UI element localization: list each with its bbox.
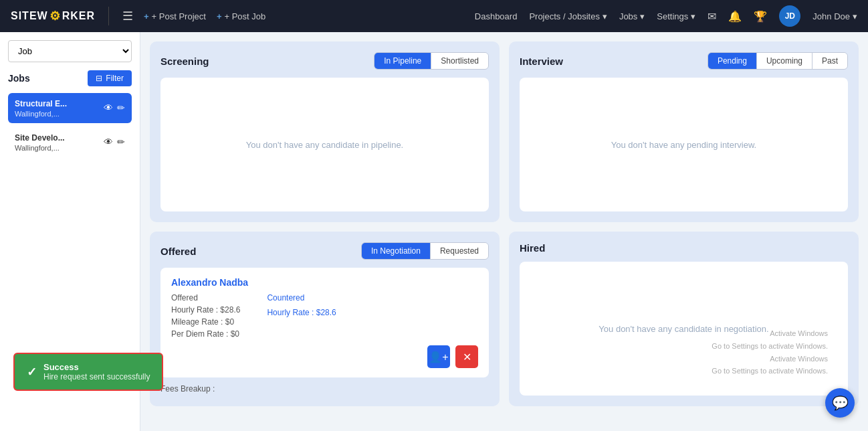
job-title: Site Develo...	[15, 133, 65, 144]
nav-jobs[interactable]: Jobs ▾	[619, 11, 645, 21]
toast-title: Success	[43, 362, 150, 372]
menu-icon[interactable]: ☰	[122, 9, 133, 23]
eye-icon[interactable]: 👁	[104, 137, 113, 147]
hire-icon: 👤+	[429, 351, 448, 363]
hired-empty-message: You don't have any candidate in negotiat…	[599, 324, 768, 334]
chat-bubble[interactable]: 💬	[825, 388, 855, 418]
job-title: Structural E...	[15, 98, 67, 110]
tab-pending[interactable]: Pending	[708, 53, 757, 69]
mileage-rate-value: Mileage Rate : $0	[171, 317, 240, 327]
candidate-name[interactable]: Alexandro Nadba	[171, 277, 478, 288]
tab-in-pipeline[interactable]: In Pipeline	[374, 53, 431, 69]
interview-panel: Interview Pending Upcoming Past You don'…	[509, 41, 859, 222]
content-area: Screening In Pipeline Shortlisted You do…	[140, 32, 868, 431]
filter-button[interactable]: ⊟ Filter	[88, 70, 132, 86]
hired-title: Hired	[520, 242, 545, 254]
screening-title: Screening	[160, 56, 209, 67]
card-actions: 👤+ ✕	[171, 345, 478, 368]
post-project-button[interactable]: + + Post Project	[144, 11, 206, 21]
interview-empty-message: You don't have any pending interview.	[611, 140, 756, 150]
tab-past[interactable]: Past	[812, 53, 847, 69]
toast-message: Hire request sent successfully	[43, 372, 150, 381]
user-name[interactable]: John Doe ▾	[812, 11, 857, 21]
nav-projects[interactable]: Projects / Jobsites ▾	[529, 11, 607, 21]
success-toast: ✓ Success Hire request sent successfully	[13, 353, 163, 391]
filter-icon: ⊟	[96, 74, 102, 83]
edit-icon[interactable]: ✏	[117, 102, 125, 113]
per-diem-value: Per Diem Rate : $0	[171, 329, 240, 339]
offer-details: Offered Hourly Rate : $28.6 Mileage Rate…	[171, 293, 478, 339]
candidate-card: Alexandro Nadba Offered Hourly Rate : $2…	[160, 268, 489, 377]
mail-icon[interactable]: ✉	[708, 10, 716, 23]
tab-shortlisted[interactable]: Shortlisted	[431, 53, 488, 69]
chevron-down-icon: ▾	[691, 11, 695, 21]
job-item[interactable]: Site Develo... Wallingford,... 👁 ✏	[8, 127, 132, 157]
screening-body: You don't have any candidate in pipeline…	[160, 78, 489, 211]
offer-status-label: Offered	[171, 293, 240, 303]
logo: SITEW ⚙ RKER	[11, 9, 95, 23]
trophy-icon[interactable]: 🏆	[754, 10, 767, 23]
screening-header: Screening In Pipeline Shortlisted	[160, 52, 489, 70]
job-item[interactable]: Structural E... Wallingford,... 👁 ✏	[8, 93, 132, 123]
tab-in-negotiation[interactable]: In Negotiation	[362, 243, 431, 259]
sidebar-jobs-header: Jobs ⊟ Filter	[8, 70, 132, 86]
job-location: Wallingford,...	[15, 110, 67, 118]
eye-icon[interactable]: 👁	[104, 102, 113, 113]
bell-icon[interactable]: 🔔	[728, 10, 742, 23]
chevron-down-icon: ▾	[853, 11, 857, 21]
interview-tabs: Pending Upcoming Past	[708, 52, 848, 70]
header-nav: Dashboard Projects / Jobsites ▾ Jobs ▾ S…	[475, 5, 857, 27]
screening-panel: Screening In Pipeline Shortlisted You do…	[150, 41, 500, 222]
post-job-button[interactable]: + + Post Job	[217, 11, 265, 21]
offered-tabs: In Negotiation Requested	[361, 242, 489, 260]
offered-header: Offered In Negotiation Requested	[160, 242, 489, 260]
edit-icon[interactable]: ✏	[117, 137, 125, 147]
interview-body: You don't have any pending interview.	[520, 78, 848, 211]
tab-requested[interactable]: Requested	[431, 243, 488, 259]
chat-icon: 💬	[832, 395, 849, 411]
counter-hourly-rate: Hourly Rate : $28.6	[267, 308, 336, 317]
hired-panel: Hired You don't have any candidate in ne…	[509, 232, 859, 406]
nav-settings[interactable]: Settings ▾	[657, 11, 695, 21]
offered-panel: Offered In Negotiation Requested Alexand…	[150, 232, 500, 406]
hire-button[interactable]: 👤+	[427, 345, 450, 368]
header-divider	[108, 7, 109, 25]
nav-dashboard[interactable]: Dashboard	[475, 11, 518, 21]
job-location: Wallingford,...	[15, 144, 65, 152]
chevron-down-icon: ▾	[603, 11, 607, 21]
header: SITEW ⚙ RKER ☰ + + Post Project + + Post…	[0, 0, 868, 32]
interview-title: Interview	[520, 56, 563, 67]
interview-header: Interview Pending Upcoming Past	[520, 52, 848, 70]
screening-tabs: In Pipeline Shortlisted	[374, 52, 489, 70]
counter-status-label: Countered	[267, 293, 336, 303]
close-icon: ✕	[463, 351, 471, 363]
screening-empty-message: You don't have any candidate in pipeline…	[246, 140, 403, 150]
tab-upcoming[interactable]: Upcoming	[757, 53, 812, 69]
hourly-rate-value: Hourly Rate : $28.6	[171, 305, 240, 315]
reject-button[interactable]: ✕	[455, 345, 478, 368]
job-type-select[interactable]: Job Project	[8, 40, 132, 62]
jobs-label: Jobs	[8, 73, 30, 84]
logo-icon: ⚙	[49, 9, 61, 23]
logo-text: SITEW	[11, 10, 48, 22]
offered-title: Offered	[160, 246, 196, 257]
fees-section: Fees Breakup :	[160, 384, 489, 394]
logo-suffix: RKER	[62, 10, 95, 22]
hired-body: You don't have any candidate in negotiat…	[520, 262, 848, 396]
chevron-down-icon: ▾	[640, 11, 645, 21]
check-icon: ✓	[27, 365, 37, 379]
avatar[interactable]: JD	[779, 5, 800, 27]
hired-header: Hired	[520, 242, 848, 254]
